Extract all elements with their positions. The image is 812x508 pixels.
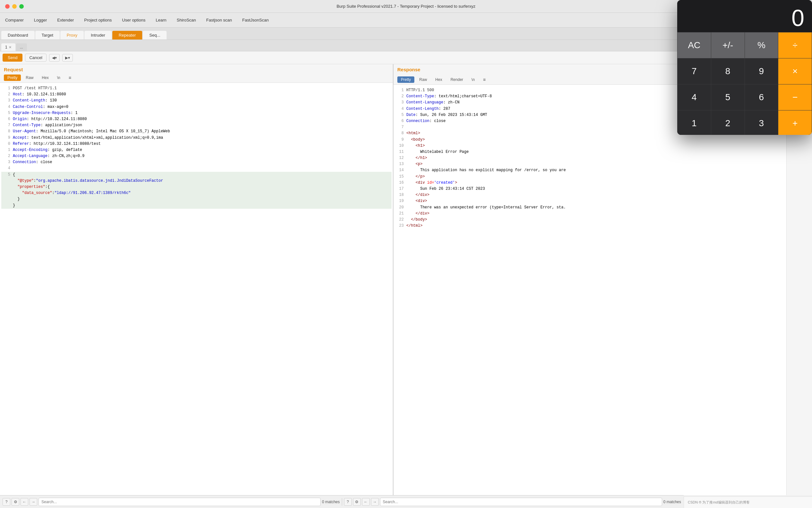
tab-seq[interactable]: Seq...: [143, 31, 167, 40]
code-line: 2Host: 10.32.124.11:8080: [1, 91, 392, 98]
settings-icon-left[interactable]: ⚙: [11, 498, 19, 506]
matches-left: 0 matches: [322, 500, 340, 504]
code-line: 14 This application has no explicit mapp…: [395, 167, 785, 173]
calc-divide[interactable]: ÷: [778, 33, 812, 58]
code-line: 12 </h1>: [395, 155, 785, 161]
right-search-area: ? ⚙ ← → 0 matches: [344, 498, 681, 506]
send-button[interactable]: Send: [3, 54, 22, 62]
code-line: 4Cache-Control: max-age=0: [1, 104, 392, 110]
calc-percent[interactable]: %: [745, 33, 778, 58]
menu-fastjsonscan[interactable]: FastJsonScan: [237, 16, 274, 24]
code-line: 23</html>: [395, 223, 785, 229]
request-code-area[interactable]: 1POST /test HTTP/1.1 2Host: 10.32.124.11…: [0, 83, 393, 495]
menu-project-options[interactable]: Project options: [79, 16, 117, 24]
response-code-area[interactable]: 1HTTP/1.1 500 2Content-Type: text/html;c…: [394, 85, 786, 495]
calc-7[interactable]: 7: [678, 58, 711, 84]
resp-fmt-render[interactable]: Render: [447, 76, 467, 83]
calc-minus[interactable]: −: [778, 84, 812, 110]
code-line: "@type":"org.apache.ibatis.datasource.jn…: [1, 178, 392, 184]
search-back-left[interactable]: ←: [20, 498, 28, 506]
menu-shiroscan[interactable]: ShiroScan: [172, 16, 201, 24]
calc-5[interactable]: 5: [711, 84, 745, 110]
tab-target[interactable]: Target: [35, 31, 60, 40]
code-line: 7Content-Type: application/json: [1, 122, 392, 128]
code-line: 10 <h1>: [395, 143, 785, 149]
close-button[interactable]: [5, 4, 10, 9]
code-line: }: [1, 203, 392, 209]
code-line: 4: [1, 165, 392, 171]
minimize-button[interactable]: [12, 4, 17, 9]
maximize-button[interactable]: [19, 4, 24, 9]
search-forward-right[interactable]: →: [371, 498, 379, 506]
code-line: 21 </div>: [395, 211, 785, 217]
menu-fastjson-scan[interactable]: Fastjson scan: [201, 16, 237, 24]
window-title: Burp Suite Professional v2021.7 - Tempor…: [337, 4, 476, 9]
calc-2[interactable]: 2: [711, 111, 745, 135]
resp-fmt-raw[interactable]: Raw: [416, 76, 431, 83]
code-line: 18 </div>: [395, 192, 785, 198]
csdn-text: CSDN ® 为了推md编辑器到自己的博客: [688, 500, 750, 505]
calc-8[interactable]: 8: [711, 58, 745, 84]
req-fmt-hex[interactable]: Hex: [38, 75, 52, 81]
traffic-lights: [5, 4, 24, 9]
resp-fmt-hex[interactable]: Hex: [432, 76, 446, 83]
menu-user-options[interactable]: User options: [117, 16, 150, 24]
request-title: Request: [4, 67, 389, 72]
code-line: 8User-Agent: Mozilla/5.0 (Macintosh; Int…: [1, 128, 392, 134]
code-line: 3Content-Length: 130: [1, 98, 392, 104]
search-input-right[interactable]: [380, 498, 662, 506]
code-line: 9 <body>: [395, 137, 785, 143]
calc-multiply[interactable]: ×: [778, 58, 812, 84]
code-line: 13 <p>: [395, 161, 785, 167]
help-icon-right[interactable]: ?: [344, 498, 352, 506]
req-fmt-pretty[interactable]: Pretty: [4, 75, 21, 81]
code-line: "data_source":"ldap://91.206.92.47:1389/…: [1, 190, 392, 196]
search-divider: [342, 498, 342, 506]
code-line: "properties":{: [1, 184, 392, 190]
code-line: 17 Sun Feb 26 23:43:14 CST 2023: [395, 186, 785, 192]
menu-learn[interactable]: Learn: [150, 16, 171, 24]
calc-1[interactable]: 1: [678, 111, 711, 135]
search-input-left[interactable]: [39, 498, 321, 506]
resp-fmt-pretty[interactable]: Pretty: [397, 76, 414, 83]
calc-ac[interactable]: AC: [678, 33, 711, 58]
code-line: 2Accept-Language: zh-CN,zh;q=0.9: [1, 153, 392, 159]
calc-6[interactable]: 6: [745, 84, 778, 110]
request-header: Request Pretty Raw Hex \n ≡: [0, 64, 393, 83]
csdn-footer: CSDN ® 为了推md编辑器到自己的博客: [684, 497, 812, 508]
cancel-button[interactable]: Cancel: [25, 54, 46, 62]
settings-icon-right[interactable]: ⚙: [353, 498, 361, 506]
calc-display: 0: [677, 0, 812, 32]
help-icon-left[interactable]: ?: [3, 498, 10, 506]
calc-3[interactable]: 3: [745, 111, 778, 135]
left-search-area: ? ⚙ ← → 0 matches: [3, 498, 340, 506]
req-tab-more[interactable]: ...: [16, 43, 27, 51]
resp-fmt-newline[interactable]: \n: [468, 76, 478, 83]
tab-intruder[interactable]: Intruder: [84, 31, 112, 40]
response-title: Response: [397, 67, 420, 72]
req-fmt-raw[interactable]: Raw: [22, 75, 37, 81]
search-forward-left[interactable]: →: [30, 498, 37, 506]
req-fmt-newline[interactable]: \n: [54, 75, 64, 81]
tab-proxy[interactable]: Proxy: [60, 31, 84, 40]
tab-repeater[interactable]: Repeater: [112, 31, 142, 40]
req-tab-1[interactable]: 1 ✕: [1, 43, 15, 51]
tab-dashboard[interactable]: Dashboard: [1, 31, 35, 40]
request-format-tabs: Pretty Raw Hex \n ≡: [4, 74, 75, 81]
req-fmt-list[interactable]: ≡: [65, 74, 75, 81]
bottom-bar: ? ⚙ ← → 0 matches ? ⚙ ← → 0 matches: [0, 495, 684, 508]
calc-4[interactable]: 4: [678, 84, 711, 110]
calc-plusminus[interactable]: +/-: [711, 33, 745, 58]
nav-back-button[interactable]: ◀▾: [49, 54, 60, 62]
menu-extender[interactable]: Extender: [52, 16, 79, 24]
nav-forward-button[interactable]: ▶▾: [62, 54, 73, 62]
menu-logger[interactable]: Logger: [29, 16, 52, 24]
calc-9[interactable]: 9: [745, 58, 778, 84]
code-line: 22 </body>: [395, 217, 785, 223]
close-tab-icon[interactable]: ✕: [9, 45, 11, 49]
resp-fmt-list[interactable]: ≡: [480, 76, 489, 83]
calc-plus[interactable]: +: [778, 111, 812, 135]
search-back-right[interactable]: ←: [362, 498, 370, 506]
code-line: 16 <div id='created'>: [395, 180, 785, 186]
menu-comparer[interactable]: Comparer: [0, 16, 29, 24]
